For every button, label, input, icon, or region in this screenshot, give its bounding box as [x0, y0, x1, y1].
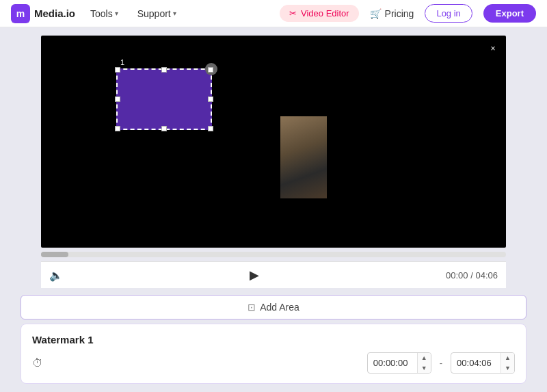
watermark-card-title: Watermark 1	[32, 334, 515, 345]
export-label: Export	[496, 8, 524, 18]
play-button[interactable]: ▶	[244, 267, 265, 283]
scrollbar-area[interactable]	[41, 248, 506, 261]
watermark-number-label: 1	[118, 57, 127, 67]
login-button[interactable]: Log in	[425, 4, 472, 23]
watermark-overlay[interactable]: 1 ×	[116, 68, 212, 130]
tools-chevron-icon: ▾	[115, 10, 118, 17]
scrollbar-track[interactable]	[41, 252, 506, 257]
video-editor-label: Video Editor	[301, 8, 349, 18]
resize-handle-ml[interactable]	[115, 96, 120, 102]
resize-handle-tr[interactable]	[208, 67, 213, 73]
logo-text: Media.io	[34, 8, 75, 19]
tools-label: Tools	[90, 8, 113, 19]
video-close-button[interactable]: ×	[485, 41, 501, 56]
end-time-input-wrap[interactable]: ▲ ▼	[451, 352, 515, 374]
video-thumb-image	[280, 116, 327, 198]
resize-handle-bm[interactable]	[161, 126, 167, 131]
time-current: 00:00	[446, 270, 468, 280]
scrollbar-thumb[interactable]	[41, 252, 68, 257]
video-canvas: × 1 ×	[41, 36, 506, 248]
start-time-spinners: ▲ ▼	[417, 353, 431, 373]
login-label: Log in	[436, 8, 460, 18]
play-icon: ▶	[250, 268, 259, 282]
time-dash: -	[437, 358, 445, 368]
logo-icon: m	[11, 4, 30, 23]
time-display: 00:00 / 04:06	[446, 270, 498, 280]
start-time-up-button[interactable]: ▲	[418, 353, 431, 363]
add-area-icon: ⊡	[248, 302, 256, 313]
export-button[interactable]: Export	[483, 4, 536, 23]
video-editor-button[interactable]: ✂ Video Editor	[280, 5, 359, 22]
end-time-spinners: ▲ ▼	[501, 353, 514, 373]
logo[interactable]: m Media.io	[11, 4, 75, 23]
start-time-down-button[interactable]: ▼	[418, 363, 431, 374]
scissors-icon: ✂	[289, 8, 297, 18]
volume-icon[interactable]: 🔈	[49, 269, 63, 282]
end-time-input[interactable]	[451, 355, 501, 371]
watermark-card: Watermark 1 ⏱ ▲ ▼ - ▲ ▼	[21, 324, 526, 384]
tools-menu[interactable]: Tools ▾	[86, 5, 122, 22]
time-separator: /	[470, 270, 473, 280]
clock-icon: ⏱	[32, 357, 43, 369]
main-content: × 1 × 🔈 ▶	[0, 27, 547, 392]
support-menu[interactable]: Support ▾	[133, 5, 181, 22]
resize-handle-br[interactable]	[208, 126, 213, 131]
add-area-section: ⊡ Add Area	[21, 295, 526, 319]
time-total: 04:06	[475, 270, 498, 280]
support-label: Support	[137, 8, 171, 19]
add-area-button[interactable]: ⊡ Add Area	[21, 295, 526, 319]
controls-bar: 🔈 ▶ 00:00 / 04:06	[41, 261, 506, 288]
video-thumbnail	[280, 116, 327, 198]
resize-handle-bl[interactable]	[115, 126, 120, 131]
pricing-link[interactable]: 🛒 Pricing	[370, 8, 414, 19]
end-time-up-button[interactable]: ▲	[501, 353, 514, 363]
cart-icon: 🛒	[370, 8, 382, 19]
pricing-label: Pricing	[385, 8, 414, 19]
watermark-time-row: ⏱ ▲ ▼ - ▲ ▼	[32, 352, 515, 374]
resize-handle-mr[interactable]	[208, 96, 213, 102]
start-time-input[interactable]	[368, 355, 417, 371]
navbar: m Media.io Tools ▾ Support ▾ ✂ Video Edi…	[0, 0, 547, 27]
resize-handle-tm[interactable]	[161, 67, 167, 73]
end-time-down-button[interactable]: ▼	[501, 363, 514, 374]
resize-handle-tl[interactable]	[115, 67, 120, 73]
add-area-label: Add Area	[260, 302, 299, 313]
start-time-input-wrap[interactable]: ▲ ▼	[367, 352, 431, 374]
support-chevron-icon: ▾	[173, 10, 176, 17]
